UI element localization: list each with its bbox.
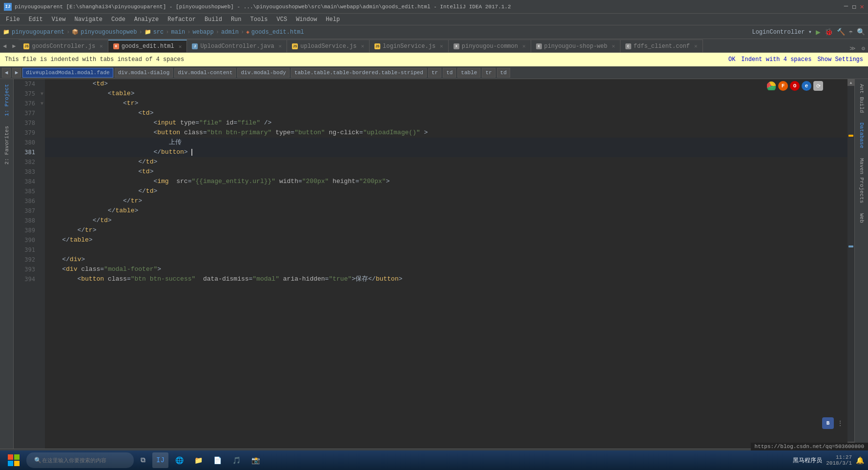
notification-icon[interactable]: B	[822, 417, 834, 429]
panel-maven-projects[interactable]: Maven Projects	[857, 153, 867, 208]
fold-389	[39, 225, 45, 235]
nav-main[interactable]: main	[171, 29, 185, 36]
menu-vcs[interactable]: VCS	[273, 15, 291, 24]
app5-taskbar-btn[interactable]: 🎵	[228, 452, 245, 468]
tab-loginservice-js[interactable]: JS loginService.js ✕	[370, 40, 449, 52]
panel-database[interactable]: Database	[857, 118, 867, 153]
panel-ant-build[interactable]: Ant Build	[857, 79, 867, 118]
taskbar-search-input[interactable]	[30, 456, 123, 465]
code-text-374: <td>	[45, 79, 847, 89]
dots-icon[interactable]: ⋮	[837, 419, 844, 428]
taskbar-search-area[interactable]: 🔍	[26, 452, 134, 468]
tab-close-goods-controller[interactable]: ✕	[100, 43, 103, 49]
debug-button[interactable]: 🐞	[825, 28, 833, 36]
scroll-up-button[interactable]: ▲	[847, 79, 854, 86]
warning-ok-link[interactable]: OK	[728, 56, 735, 63]
build-button[interactable]: 🔨	[837, 28, 845, 36]
opera-icon[interactable]: O	[790, 81, 800, 91]
minimize-button[interactable]: ─	[844, 2, 848, 11]
selector-item-0[interactable]: div#uploadModal.modal.fade	[22, 68, 113, 78]
tab-close-upload-service[interactable]: ✕	[361, 43, 364, 49]
selector-next-button[interactable]: ▶	[12, 68, 21, 78]
task-view-button[interactable]: ⧉	[137, 452, 149, 468]
close-button[interactable]: ✕	[860, 2, 864, 11]
fold-374[interactable]	[39, 79, 45, 89]
menu-analyze[interactable]: Analyze	[130, 15, 163, 24]
ie-icon[interactable]: e	[802, 81, 811, 91]
warning-show-settings-link[interactable]: Show Settings	[817, 56, 863, 63]
tab-goods-edit-html[interactable]: H goods_edit.html ✕	[108, 40, 187, 52]
tab-next-button[interactable]: ▶	[9, 40, 19, 52]
nav-project-icon: 📁	[3, 29, 10, 35]
run-button[interactable]: ▶	[816, 27, 821, 37]
tab-close-pinyougou-shop-web[interactable]: ✕	[612, 43, 615, 49]
menu-tools[interactable]: Tools	[247, 15, 272, 24]
acrobat-taskbar-btn[interactable]: 📄	[209, 452, 226, 468]
tab-close-goods-edit[interactable]: ✕	[179, 43, 182, 50]
menu-help[interactable]: Help	[322, 15, 344, 24]
tab-pinyougou-common[interactable]: X pinyougou-common ✕	[449, 40, 531, 52]
selector-item-6[interactable]: td	[443, 68, 456, 78]
tab-goodscontroller-js[interactable]: JS goodsController.js ✕	[19, 40, 108, 52]
menu-navigate[interactable]: Navigate	[70, 15, 106, 24]
menu-run[interactable]: Run	[227, 15, 246, 24]
tab-pinyougou-shop-web[interactable]: X pinyougou-shop-web ✕	[531, 40, 620, 52]
nav-goods-edit[interactable]: goods_edit.html	[251, 29, 304, 36]
chrome-taskbar-btn[interactable]: 🌐	[171, 452, 187, 468]
line-num-389: 389	[14, 225, 39, 235]
intellij-taskbar-btn[interactable]: IJ	[152, 452, 168, 468]
window-controls[interactable]: ─ ◻ ✕	[844, 2, 864, 11]
fold-386	[39, 196, 45, 206]
nav-webapp[interactable]: webapp	[192, 29, 213, 36]
taskbar-search-icon: 🔍	[34, 457, 41, 464]
menu-window[interactable]: Window	[292, 15, 321, 24]
tab-close-upload-controller[interactable]: ✕	[279, 43, 282, 49]
selector-item-7[interactable]: table	[457, 68, 480, 78]
notification-action-center[interactable]: 🔔	[856, 456, 864, 465]
menu-view[interactable]: View	[48, 15, 70, 24]
chrome-icon[interactable]	[766, 81, 776, 91]
tab-close-login-service[interactable]: ✕	[440, 43, 443, 49]
explorer-taskbar-btn[interactable]: 📁	[190, 452, 207, 468]
panel-favorites[interactable]: 2: Favorites	[2, 121, 12, 169]
app6-taskbar-btn[interactable]: 📸	[248, 452, 264, 468]
nav-admin[interactable]: admin	[221, 29, 239, 36]
selector-item-9[interactable]: td	[497, 68, 510, 78]
selector-prev-button[interactable]: ◀	[2, 68, 11, 78]
panel-project[interactable]: 1: Project	[2, 79, 12, 121]
start-button[interactable]	[4, 452, 23, 468]
nav-src[interactable]: src	[153, 29, 164, 36]
selector-item-1[interactable]: div.modal-dialog	[115, 68, 173, 78]
tab-fdfs-client-conf[interactable]: C fdfs_client.conf ✕	[620, 40, 703, 52]
tab-prev-button[interactable]: ◀	[0, 40, 9, 52]
tab-settings-button[interactable]: ⚙	[859, 45, 868, 52]
tab-uploadservice-js[interactable]: JS uploadService.js ✕	[287, 40, 370, 52]
nav-pinyougouparent[interactable]: pinyougouparent	[12, 29, 64, 36]
selector-item-8[interactable]: tr	[482, 68, 495, 78]
selector-item-2[interactable]: div.modal-content	[174, 68, 236, 78]
code-editor[interactable]: F O e ⟳ <td> <table> <tr> <td>	[45, 79, 847, 449]
selector-item-3[interactable]: div.modal-body	[237, 68, 289, 78]
fold-376[interactable]: ▼	[39, 99, 45, 108]
panel-web[interactable]: Web	[857, 208, 867, 228]
search-everywhere-button[interactable]: 🔍	[857, 28, 865, 36]
nav-controller-label[interactable]: LoginController ▾	[752, 28, 811, 36]
tab-uploadcontroller-java[interactable]: J UploadController.java ✕	[187, 40, 287, 52]
safari-icon[interactable]: ⟳	[813, 81, 823, 91]
firefox-icon[interactable]: F	[778, 81, 788, 91]
tab-overflow-button[interactable]: ≫	[847, 45, 859, 52]
coverage-button[interactable]: ☂	[849, 28, 853, 36]
menu-file[interactable]: File	[2, 15, 24, 24]
selector-item-5[interactable]: tr	[428, 68, 441, 78]
selector-item-4[interactable]: table.table.table-bordered.table-striped	[291, 68, 427, 78]
fold-375[interactable]: ▼	[39, 89, 45, 99]
warning-indent-link[interactable]: Indent with 4 spaces	[741, 56, 811, 63]
menu-build[interactable]: Build	[201, 15, 226, 24]
nav-pinyougoushopweb[interactable]: pinyougoushopweb	[81, 29, 137, 36]
maximize-button[interactable]: ◻	[852, 2, 856, 11]
tab-close-fdfs-conf[interactable]: ✕	[694, 43, 698, 49]
menu-edit[interactable]: Edit	[25, 15, 47, 24]
menu-code[interactable]: Code	[107, 15, 129, 24]
tab-close-pinyougou-common[interactable]: ✕	[522, 43, 526, 49]
menu-refactor[interactable]: Refactor	[164, 15, 200, 24]
